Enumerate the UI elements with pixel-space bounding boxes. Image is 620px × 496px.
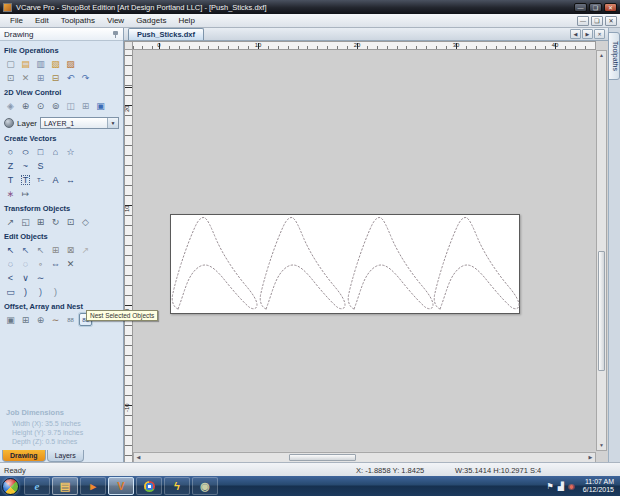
array-copy-icon[interactable]: ⊞ bbox=[19, 313, 32, 326]
menu-file[interactable]: File bbox=[4, 15, 29, 26]
chevron-down-icon[interactable]: ▼ bbox=[107, 118, 118, 128]
taskbar-explorer[interactable]: ▤ bbox=[52, 477, 78, 495]
redo-icon[interactable]: ↷ bbox=[79, 71, 92, 84]
push-stick-shape[interactable] bbox=[348, 217, 433, 309]
offset-icon[interactable]: ▣ bbox=[4, 313, 17, 326]
tab-close-icon[interactable]: ✕ bbox=[594, 29, 605, 39]
import-vectors-icon[interactable]: ▧ bbox=[49, 57, 62, 70]
menu-toolpaths[interactable]: Toolpaths bbox=[55, 15, 101, 26]
canvas-viewport[interactable] bbox=[133, 50, 596, 451]
scale-icon[interactable]: ⊡ bbox=[64, 215, 77, 228]
taskbar-lightning-app[interactable]: ϟ bbox=[164, 477, 190, 495]
draw-polyline-icon[interactable]: Z bbox=[4, 159, 17, 172]
view-3d-icon[interactable]: ▣ bbox=[94, 99, 107, 112]
tab-layers[interactable]: Layers bbox=[47, 450, 84, 462]
node-edit-icon[interactable]: ↖ bbox=[19, 243, 32, 256]
draw-polygon-icon[interactable]: ⌂ bbox=[49, 145, 62, 158]
push-stick-shape[interactable] bbox=[434, 217, 519, 309]
weld-icon[interactable]: ◌ bbox=[4, 257, 17, 270]
fillet-icon[interactable]: ∘ bbox=[34, 257, 47, 270]
interactive-select-icon[interactable]: ↖ bbox=[34, 243, 47, 256]
taskbar-mediaplayer[interactable]: ▸ bbox=[80, 477, 106, 495]
group-icon[interactable]: ⊞ bbox=[49, 243, 62, 256]
taskbar-ie[interactable]: e bbox=[24, 477, 50, 495]
draw-star-icon[interactable]: ☆ bbox=[64, 145, 77, 158]
tray-flag-icon[interactable]: ⚑ bbox=[547, 482, 554, 491]
paste-icon[interactable]: ⊟ bbox=[49, 71, 62, 84]
snap-icon[interactable]: ↗ bbox=[79, 243, 92, 256]
set-position-icon[interactable]: ◱ bbox=[19, 215, 32, 228]
scroll-left-icon[interactable]: ◀ bbox=[134, 453, 143, 462]
minimize-button[interactable]: — bbox=[574, 3, 587, 12]
view-half-icon[interactable]: ◫ bbox=[64, 99, 77, 112]
pan-icon[interactable]: ◈ bbox=[4, 99, 17, 112]
join-open-vectors-icon[interactable]: < bbox=[4, 271, 17, 284]
text-box-icon[interactable]: T bbox=[19, 173, 32, 186]
push-stick-shape[interactable] bbox=[172, 217, 257, 309]
open-file-icon[interactable]: ▤ bbox=[19, 57, 32, 70]
menu-view[interactable]: View bbox=[101, 15, 130, 26]
push-stick-shape[interactable] bbox=[260, 217, 345, 309]
draw-circle-icon[interactable]: ○ bbox=[4, 145, 17, 158]
horizontal-scrollbar-thumb[interactable] bbox=[289, 454, 356, 461]
vertical-scrollbar[interactable]: ▲ ▼ bbox=[596, 50, 607, 451]
stretch-icon[interactable]: ⇔ bbox=[49, 257, 62, 270]
vertical-scrollbar-thumb[interactable] bbox=[598, 251, 605, 371]
ungroup-icon[interactable]: ⊠ bbox=[64, 243, 77, 256]
select-icon[interactable]: ↖ bbox=[4, 243, 17, 256]
tray-alert-icon[interactable]: ◉ bbox=[568, 482, 575, 491]
taskbar-clock[interactable]: 11:07 AM 6/12/2015 bbox=[579, 478, 614, 494]
undo-icon[interactable]: ↶ bbox=[64, 71, 77, 84]
maximize-button[interactable]: ❏ bbox=[589, 3, 602, 12]
export-vectors-icon[interactable]: ▨ bbox=[64, 57, 77, 70]
pin-icon[interactable] bbox=[112, 31, 119, 38]
rotate-icon[interactable]: ↻ bbox=[49, 215, 62, 228]
mdi-minimize-button[interactable]: — bbox=[577, 16, 589, 26]
tab-scroll-right-icon[interactable]: ▶ bbox=[582, 29, 593, 39]
tab-drawing[interactable]: Drawing bbox=[2, 450, 46, 462]
taskbar-chrome[interactable] bbox=[136, 477, 162, 495]
copy-icon[interactable]: ⊞ bbox=[34, 71, 47, 84]
taskbar-gray-app[interactable]: ◉ bbox=[192, 477, 218, 495]
document-tab[interactable]: Push_Sticks.dxf bbox=[128, 28, 204, 40]
zoom-in-icon[interactable]: ⊕ bbox=[19, 99, 32, 112]
line-fit-icon[interactable]: ) bbox=[49, 285, 62, 298]
cut-icon[interactable]: ✕ bbox=[19, 71, 32, 84]
menu-edit[interactable]: Edit bbox=[29, 15, 55, 26]
scroll-right-icon[interactable]: ▶ bbox=[586, 453, 595, 462]
text-on-curve-icon[interactable]: T~ bbox=[34, 173, 47, 186]
draw-rectangle-icon[interactable]: □ bbox=[34, 145, 47, 158]
move-icon[interactable]: ↗ bbox=[4, 215, 17, 228]
distort-icon[interactable]: ◇ bbox=[79, 215, 92, 228]
draw-ellipse-icon[interactable]: ○ bbox=[19, 145, 32, 158]
scroll-up-icon[interactable]: ▲ bbox=[597, 51, 606, 60]
job-setup-icon[interactable]: ⊡ bbox=[4, 71, 17, 84]
zoom-extents-icon[interactable]: ⊚ bbox=[49, 99, 62, 112]
tab-toolpaths[interactable]: Toolpaths bbox=[608, 32, 620, 80]
tray-network-icon[interactable]: ▟ bbox=[558, 482, 564, 491]
draw-curve-icon[interactable]: S bbox=[34, 159, 47, 172]
view-split-icon[interactable]: ⊞ bbox=[79, 99, 92, 112]
text-spacing-icon[interactable]: A bbox=[49, 173, 62, 186]
arc-fit-icon[interactable]: ) bbox=[19, 285, 32, 298]
save-file-icon[interactable]: ▥ bbox=[34, 57, 47, 70]
start-button[interactable] bbox=[2, 478, 19, 495]
new-file-icon[interactable]: ▢ bbox=[4, 57, 17, 70]
delete-icon[interactable]: ✕ bbox=[64, 257, 77, 270]
close-button[interactable]: ✕ bbox=[604, 3, 617, 12]
menu-gadgets[interactable]: Gadgets bbox=[130, 15, 172, 26]
bezier-fit-icon[interactable]: ) bbox=[34, 285, 47, 298]
edit-rectangle-icon[interactable]: ▭ bbox=[4, 285, 17, 298]
close-vector-icon[interactable]: ∨ bbox=[19, 271, 32, 284]
align-icon[interactable]: ⊞ bbox=[34, 215, 47, 228]
menu-help[interactable]: Help bbox=[172, 15, 200, 26]
material-sheet[interactable] bbox=[170, 214, 520, 314]
taskbar-vcarve[interactable]: V bbox=[108, 477, 134, 495]
mdi-restore-button[interactable]: ❏ bbox=[591, 16, 603, 26]
draw-arc-icon[interactable]: ~ bbox=[19, 159, 32, 172]
measure-icon[interactable]: ↦ bbox=[19, 187, 32, 200]
dimension-icon[interactable]: ↔ bbox=[64, 173, 77, 186]
copy-along-vector-icon[interactable]: ∼ bbox=[49, 313, 62, 326]
block-array-icon[interactable]: 88 bbox=[64, 313, 77, 326]
fit-curve-icon[interactable]: ∼ bbox=[34, 271, 47, 284]
